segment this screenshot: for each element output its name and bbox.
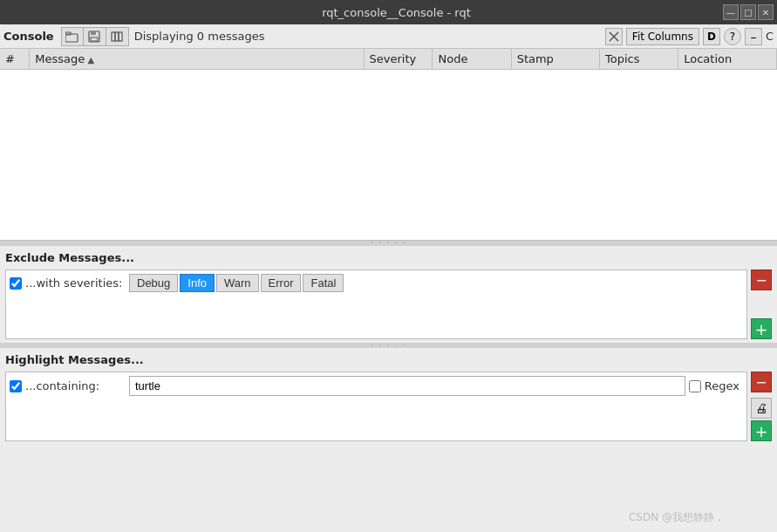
detach-button[interactable]: – <box>745 28 762 45</box>
col-header-severity: Severity <box>364 49 433 70</box>
col-header-topics: Topics <box>600 49 678 70</box>
svg-rect-3 <box>91 31 96 35</box>
svg-rect-4 <box>91 38 98 41</box>
exclude-title: Exclude Messages... <box>5 251 772 264</box>
highlight-section: Highlight Messages... ...containing: Reg… <box>0 348 777 532</box>
exclude-add-button[interactable]: + <box>751 318 772 339</box>
regex-label: Regex <box>705 379 740 392</box>
error-button[interactable]: Error <box>261 274 302 292</box>
window-title: rqt_console__Console - rqt <box>70 6 723 19</box>
fatal-button[interactable]: Fatal <box>303 274 344 292</box>
col-header-location: Location <box>678 49 777 70</box>
highlight-filter-box: ...containing: Regex <box>5 372 747 441</box>
exclude-filter-box: ...with severities: Debug Info Warn Erro… <box>5 269 747 339</box>
col-header-num: # <box>0 49 30 70</box>
c-label: C <box>766 30 774 43</box>
col-header-stamp: Stamp <box>511 49 599 70</box>
exclude-side-buttons: − + <box>751 269 772 339</box>
minimize-button[interactable]: — <box>723 4 739 20</box>
help-button[interactable]: ? <box>724 28 741 45</box>
d-button[interactable]: D <box>703 28 720 45</box>
main-window: Console Displaying 0 messages Fit Column… <box>0 24 777 532</box>
highlight-side-buttons: − 🖨 + <box>751 372 772 441</box>
highlight-extra-row <box>10 396 743 422</box>
plus-icon-2: + <box>754 422 767 440</box>
plus-icon: + <box>754 320 767 338</box>
severities-filter-row: ...with severities: Debug Info Warn Erro… <box>10 274 743 292</box>
minus-icon: − <box>755 272 767 289</box>
debug-button[interactable]: Debug <box>129 274 178 292</box>
regex-checkbox[interactable] <box>689 380 701 392</box>
col-header-node: Node <box>433 49 511 70</box>
svg-rect-7 <box>119 32 122 41</box>
col-header-message[interactable]: Message <box>30 49 364 70</box>
open-button[interactable] <box>61 27 84 46</box>
highlight-title: Highlight Messages... <box>5 353 772 366</box>
columns-button[interactable] <box>106 27 129 46</box>
title-bar: rqt_console__Console - rqt — □ ✕ <box>0 0 777 24</box>
printer-icon: 🖨 <box>755 401 767 415</box>
fit-columns-button[interactable]: Fit Columns <box>626 28 699 45</box>
watermark: CSDN @我想静静， <box>629 510 725 525</box>
highlight-add-button[interactable]: + <box>751 420 772 441</box>
warn-button[interactable]: Warn <box>216 274 259 292</box>
displaying-count: Displaying 0 messages <box>134 30 605 43</box>
console-table-panel: # Message Severity Node Stamp Topics Loc… <box>0 49 777 241</box>
severities-label: ...with severities: <box>25 276 126 290</box>
maximize-button[interactable]: □ <box>740 4 756 20</box>
message-table: # Message Severity Node Stamp Topics Loc… <box>0 49 777 70</box>
save-button[interactable] <box>84 27 106 46</box>
severity-buttons: Debug Info Warn Error Fatal <box>129 274 344 292</box>
exclude-remove-button[interactable]: − <box>751 269 772 290</box>
svg-rect-6 <box>115 32 119 41</box>
containing-input[interactable] <box>129 376 685 396</box>
highlight-remove-button[interactable]: − <box>751 372 772 392</box>
highlight-checkbox[interactable] <box>10 380 22 392</box>
exclude-section: Exclude Messages... ...with severities: … <box>0 246 777 343</box>
printer-button[interactable]: 🖨 <box>751 398 772 419</box>
sections-wrapper: Exclude Messages... ...with severities: … <box>0 246 777 532</box>
minus-icon-2: − <box>755 374 767 391</box>
svg-rect-5 <box>112 32 115 41</box>
exclude-extra-row <box>10 292 743 318</box>
containing-label: ...containing: <box>25 379 126 392</box>
console-label: Console <box>3 30 54 43</box>
close-button[interactable]: ✕ <box>758 4 774 20</box>
info-button[interactable]: Info <box>180 274 215 292</box>
exclude-checkbox[interactable] <box>10 277 22 290</box>
containing-row: ...containing: Regex <box>10 376 743 396</box>
clear-button[interactable] <box>605 28 623 45</box>
